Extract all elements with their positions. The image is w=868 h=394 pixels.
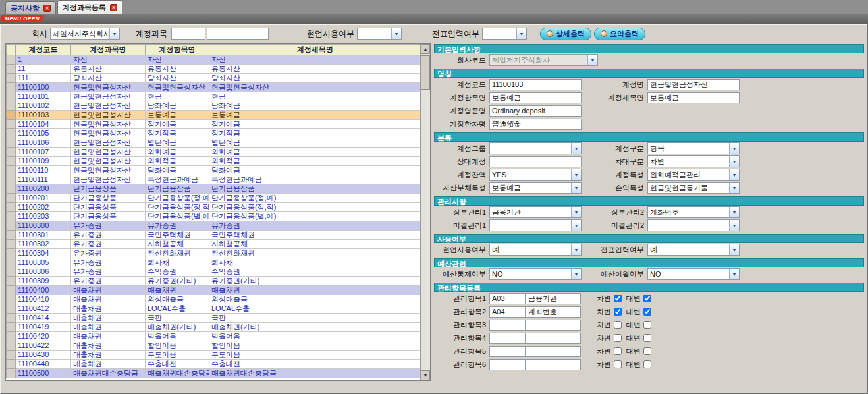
row-selector[interactable] — [7, 166, 16, 175]
table-row[interactable]: 11100306유가증권수익증권수익증권 — [7, 267, 421, 277]
mgmt-item-name-input[interactable] — [526, 333, 581, 344]
table-row[interactable]: 11100302유가증권지하철공채지하철공채 — [7, 240, 421, 249]
row-selector[interactable] — [7, 231, 16, 240]
account-detail-cell[interactable]: 특정현금과예금 — [209, 175, 421, 184]
budget-control-select[interactable]: NO ▼ — [489, 268, 582, 280]
credit-checkbox[interactable] — [643, 360, 651, 368]
close-icon[interactable]: ✕ — [110, 4, 117, 11]
debit-checkbox[interactable] — [614, 321, 622, 329]
row-selector[interactable] — [7, 148, 16, 157]
account-detail-cell[interactable]: 단기금융상품 — [209, 184, 421, 194]
account-code-cell[interactable]: 11100202 — [16, 203, 71, 212]
account-code-cell[interactable]: 11100300 — [16, 221, 71, 231]
company-code-select[interactable]: 제일저지주식회사 ▼ — [489, 54, 598, 66]
table-row[interactable]: 11100304유가증권전신전화채권전신전화채권 — [7, 249, 421, 258]
table-row[interactable]: 11100400매출채권매출채권매출채권 — [7, 286, 421, 295]
account-item-cell[interactable]: 국판 — [146, 314, 209, 323]
account-name-cell[interactable]: 유동자산 — [71, 65, 146, 74]
account-name-cell[interactable]: 현금및현금성자산 — [71, 111, 146, 120]
account-detail-cell[interactable]: 부도어음 — [209, 351, 421, 360]
account-detail-cell[interactable]: 정기예금 — [209, 120, 421, 129]
account-detail-cell[interactable]: 유가증권(기타) — [209, 277, 421, 286]
row-selector[interactable] — [7, 129, 16, 138]
account-detail-cell[interactable]: 당좌예금 — [209, 166, 421, 175]
account-name-cell[interactable]: 유가증권 — [71, 240, 146, 249]
account-name-cell[interactable]: 유가증권 — [71, 221, 146, 231]
row-selector[interactable] — [7, 341, 16, 351]
account-code-cell[interactable]: 11100105 — [16, 129, 71, 138]
account-code-input[interactable] — [489, 79, 582, 90]
table-row[interactable]: 11100430매출채권부도어음부도어음 — [7, 351, 421, 360]
account-detail-cell[interactable]: LOCAL수출 — [209, 304, 421, 314]
account-item-cell[interactable]: 할인어음 — [146, 341, 209, 351]
account-detail-cell[interactable]: 유가증권 — [209, 221, 421, 231]
account-code-cell[interactable]: 11100420 — [16, 332, 71, 341]
mgmt-item-code-input[interactable] — [489, 293, 526, 304]
tab-account-registration[interactable]: 계정과목등록 ✕ — [57, 0, 122, 14]
account-name-cell[interactable]: 단기금융상품 — [71, 184, 146, 194]
account-item-cell[interactable]: 현금및현금성자산 — [146, 83, 209, 92]
account-item-cell[interactable]: LOCAL수출 — [146, 304, 209, 314]
account-code-cell[interactable]: 11100200 — [16, 184, 71, 194]
account-code-cell[interactable]: 11100500 — [16, 369, 71, 378]
account-code-cell[interactable]: 11100104 — [16, 120, 71, 129]
account-item-cell[interactable]: 국민주택채권 — [146, 231, 209, 240]
row-selector[interactable] — [7, 304, 16, 314]
account-name-cell[interactable]: 자산 — [71, 55, 146, 65]
debit-checkbox[interactable] — [614, 295, 622, 302]
account-name-cell[interactable]: 현금및현금성자산 — [71, 148, 146, 157]
account-code-cell[interactable]: 11100422 — [16, 341, 71, 351]
account-detail-cell[interactable]: 전신전화채권 — [209, 249, 421, 258]
account-name-filter-input[interactable] — [207, 28, 269, 40]
account-item-cell[interactable]: 정기예금 — [146, 120, 209, 129]
profit-loss-trait-select[interactable]: 현금및현금등가물 ▼ — [647, 182, 740, 194]
account-code-cell[interactable]: 11100106 — [16, 138, 71, 148]
account-item-cell[interactable]: 단기금융상품(정,적) — [146, 203, 209, 212]
account-detail-cell[interactable]: 정기적금 — [209, 129, 421, 138]
account-trait-select[interactable]: 원화예적금관리 ▼ — [647, 169, 740, 181]
account-item-cell[interactable]: 매출채권 — [146, 286, 209, 295]
mgmt-item-name-input[interactable] — [526, 359, 581, 370]
account-item-cell[interactable]: 특정현금과예금 — [146, 175, 209, 184]
account-item-cell[interactable]: 수익증권 — [146, 267, 209, 277]
debit-checkbox[interactable] — [614, 308, 622, 316]
table-row[interactable]: 11100440매출채권수출대전수출대전 — [7, 360, 421, 369]
account-name-cell[interactable]: 현금및현금성자산 — [71, 120, 146, 129]
account-name-cell[interactable]: 매출채권 — [71, 332, 146, 341]
table-row[interactable]: 1자산자산자산 — [7, 55, 421, 65]
budget-carryover-select[interactable]: NO ▼ — [647, 268, 740, 280]
mgmt-item-code-input[interactable] — [489, 333, 526, 344]
account-detail-cell[interactable]: 회사채 — [209, 258, 421, 267]
account-detail-cell[interactable]: 자산 — [209, 55, 421, 65]
table-row[interactable]: 11100309유가증권유가증권(기타)유가증권(기타) — [7, 277, 421, 286]
row-selector[interactable] — [7, 267, 16, 277]
table-row[interactable]: 11100420매출채권받을어음받을어음 — [7, 332, 421, 341]
account-detail-cell[interactable]: 단기금융상품(정,예) — [209, 194, 421, 203]
account-detail-cell[interactable]: 매출채권 — [209, 286, 421, 295]
row-selector[interactable] — [7, 184, 16, 194]
debit-checkbox[interactable] — [614, 360, 622, 368]
table-row[interactable]: 11100101현금및현금성자산현금현금 — [7, 92, 421, 101]
row-selector[interactable] — [7, 323, 16, 332]
account-code-cell[interactable]: 111 — [16, 74, 71, 83]
account-item-cell[interactable]: 당좌예금 — [146, 166, 209, 175]
account-group-select[interactable]: ▼ — [489, 142, 582, 154]
account-detail-cell[interactable]: 지하철공채 — [209, 240, 421, 249]
debit-credit-select[interactable]: 차변 ▼ — [647, 155, 740, 167]
mgmt-item-name-input[interactable] — [526, 306, 581, 318]
table-row[interactable]: 11100419매출채권매출채권(기타)매출채권(기타) — [7, 323, 421, 332]
row-selector[interactable] — [7, 249, 16, 258]
account-detail-cell[interactable]: 외화적금 — [209, 157, 421, 166]
account-name-cell[interactable]: 매출채권 — [71, 286, 146, 295]
credit-checkbox[interactable] — [643, 308, 651, 316]
account-code-cell[interactable]: 11100306 — [16, 267, 71, 277]
account-name-cell[interactable]: 현금및현금성자산 — [71, 138, 146, 148]
account-code-cell[interactable]: 11100109 — [16, 157, 71, 166]
account-detail-cell[interactable]: 국민주택채권 — [209, 231, 421, 240]
table-row[interactable]: 11100203단기금융상품단기금융상품(별,예)단기금융상품(별,예) — [7, 212, 421, 221]
table-row[interactable]: 11100301유가증권국민주택채권국민주택채권 — [7, 231, 421, 240]
account-balance-select[interactable]: YES ▼ — [489, 169, 582, 181]
ledger2-select[interactable]: 계좌번호 ▼ — [647, 206, 740, 218]
table-row[interactable]: 11100100현금및현금성자산현금및현금성자산현금및현금성자산 — [7, 83, 421, 92]
account-item-cell[interactable]: 별단예금 — [146, 138, 209, 148]
